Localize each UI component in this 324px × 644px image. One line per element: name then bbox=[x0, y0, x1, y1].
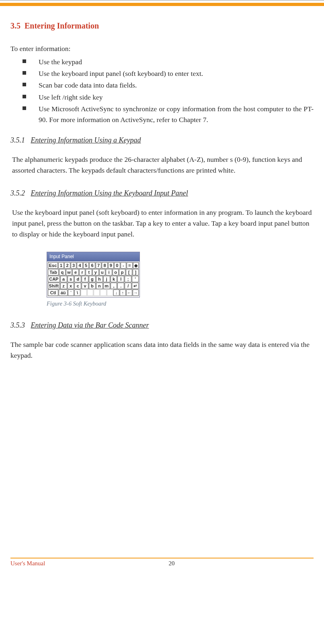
keyboard-key[interactable] bbox=[100, 289, 106, 296]
keyboard-key[interactable]: 0 bbox=[114, 262, 120, 269]
keyboard-key[interactable]: / bbox=[125, 283, 131, 289]
keyboard-key[interactable]: Esc bbox=[48, 262, 58, 269]
section-title: Entering Information bbox=[25, 21, 99, 30]
keyboard-key[interactable]: ↓ bbox=[113, 289, 119, 296]
rule-top-orange bbox=[0, 3, 324, 6]
keyboard-key[interactable]: ` bbox=[68, 289, 74, 296]
list-item: Use left /right side key bbox=[10, 92, 314, 103]
keyboard-key[interactable]: Tab bbox=[48, 269, 59, 275]
keyboard-key[interactable]: j bbox=[103, 276, 110, 282]
subsection-title: Entering Information Using the Keyboard … bbox=[31, 189, 188, 197]
keyboard-key[interactable]: c bbox=[74, 283, 81, 289]
keyboard-key[interactable]: d bbox=[74, 276, 81, 282]
keyboard-key[interactable]: a bbox=[60, 276, 67, 282]
keyboard-key[interactable]: 3 bbox=[71, 262, 76, 269]
keyboard-key[interactable]: 9 bbox=[108, 262, 114, 269]
keyboard-key[interactable]: r bbox=[79, 269, 86, 275]
keyboard-row: CAPasdfghjkl;' bbox=[48, 276, 139, 282]
keyboard-key[interactable] bbox=[94, 289, 100, 296]
subsection-title: Entering Information Using a Keypad bbox=[31, 136, 141, 144]
keyboard-key[interactable]: t bbox=[86, 269, 92, 275]
intro-line: To enter information: bbox=[10, 43, 314, 54]
keyboard-key[interactable]: 8 bbox=[102, 262, 107, 269]
keyboard-key[interactable]: = bbox=[127, 262, 132, 269]
keyboard-key[interactable]: e bbox=[72, 269, 79, 275]
keyboard-key[interactable]: k bbox=[111, 276, 117, 282]
keyboard-key[interactable]: ; bbox=[125, 276, 131, 282]
list-item: Scan bar code data into data fields. bbox=[10, 80, 314, 91]
soft-keyboard-title: Input Panel bbox=[47, 252, 139, 261]
keyboard-key[interactable]: ↵ bbox=[132, 283, 139, 289]
page-body: 3.5 Entering Information To enter inform… bbox=[0, 6, 324, 558]
keyboard-key[interactable]: [ bbox=[126, 269, 132, 275]
keyboard-row: Tabqwertyuiop[] bbox=[48, 269, 139, 275]
subsection-number: 3.5.3 bbox=[10, 320, 29, 331]
soft-keyboard-panel: Input Panel Esc1234567890-=◆Tabqwertyuio… bbox=[47, 252, 140, 298]
keyboard-key[interactable]: ] bbox=[133, 269, 139, 275]
keyboard-key[interactable]: ' bbox=[132, 276, 139, 282]
keyboard-key[interactable]: 2 bbox=[64, 262, 70, 269]
keyboard-key[interactable]: v bbox=[82, 283, 88, 289]
soft-keyboard-keys: Esc1234567890-=◆Tabqwertyuiop[]CAPasdfgh… bbox=[47, 261, 139, 297]
keyboard-row: Shiftzxcvbnm,./↵ bbox=[48, 283, 139, 289]
keyboard-key[interactable]: s bbox=[68, 276, 74, 282]
keyboard-key[interactable]: f bbox=[82, 276, 88, 282]
keyboard-key[interactable]: → bbox=[133, 289, 139, 296]
subsection-number: 3.5.2 bbox=[10, 188, 29, 199]
page-footer: User's Manual 20 spacer bbox=[0, 558, 324, 575]
list-item: Use the keypad bbox=[10, 57, 314, 67]
keyboard-key[interactable]: z bbox=[60, 283, 67, 289]
keyboard-key[interactable]: 6 bbox=[89, 262, 95, 269]
keyboard-key[interactable]: w bbox=[66, 269, 72, 275]
subsection-number: 3.5.1 bbox=[10, 135, 29, 146]
list-item: Use Microsoft ActiveSync to synchronize … bbox=[10, 104, 314, 125]
keyboard-key[interactable]: n bbox=[96, 283, 103, 289]
keyboard-key[interactable]: 7 bbox=[96, 262, 101, 269]
empty-space bbox=[10, 373, 314, 558]
subsection-heading-2: 3.5.2 Entering Information Using the Key… bbox=[10, 188, 314, 199]
square-bullet-icon bbox=[23, 83, 26, 86]
keyboard-row: Esc1234567890-=◆ bbox=[48, 262, 139, 269]
keyboard-key[interactable]: g bbox=[89, 276, 96, 282]
keyboard-key[interactable]: m bbox=[103, 283, 110, 289]
subsection-heading-3: 3.5.3 Entering Data via the Bar Code Sca… bbox=[10, 320, 314, 331]
keyboard-key[interactable]: y bbox=[92, 269, 99, 275]
keyboard-key[interactable]: o bbox=[113, 269, 119, 275]
subsection-heading-1: 3.5.1 Entering Information Using a Keypa… bbox=[10, 135, 314, 146]
keyboard-key[interactable]: ↑ bbox=[120, 289, 126, 296]
footer-left: User's Manual bbox=[10, 560, 45, 567]
subsection-body-3: The sample bar code scanner application … bbox=[10, 339, 314, 361]
keyboard-key[interactable]: 1 bbox=[58, 262, 64, 269]
subsection-body-1: The alphanumeric keypads produce the 26-… bbox=[12, 154, 314, 176]
keyboard-key[interactable]: l bbox=[117, 276, 124, 282]
keyboard-key[interactable]: Shift bbox=[48, 283, 60, 289]
rule-top-thin bbox=[0, 0, 324, 0]
list-item: Use the keyboard input panel (soft keybo… bbox=[10, 68, 314, 79]
keyboard-key[interactable]: h bbox=[96, 276, 103, 282]
keyboard-key[interactable]: ← bbox=[126, 289, 132, 296]
keyboard-key[interactable]: i bbox=[106, 269, 112, 275]
keyboard-key[interactable]: 5 bbox=[83, 262, 89, 269]
square-bullet-icon bbox=[23, 71, 26, 75]
subsection-body-2: Use the keyboard input panel (soft keybo… bbox=[12, 207, 314, 240]
keyboard-key[interactable]: CAP bbox=[48, 276, 60, 282]
keyboard-key[interactable]: \ bbox=[74, 289, 80, 296]
keyboard-key[interactable]: 4 bbox=[77, 262, 82, 269]
keyboard-key[interactable] bbox=[87, 289, 93, 296]
keyboard-key[interactable] bbox=[81, 289, 87, 296]
section-heading: 3.5 Entering Information bbox=[10, 20, 314, 32]
keyboard-key[interactable]: x bbox=[68, 283, 74, 289]
keyboard-key[interactable]: p bbox=[119, 269, 125, 275]
square-bullet-icon bbox=[23, 95, 26, 98]
keyboard-key[interactable]: áü bbox=[59, 289, 68, 296]
keyboard-key[interactable]: - bbox=[121, 262, 126, 269]
keyboard-key[interactable]: ◆ bbox=[133, 262, 139, 269]
keyboard-key[interactable]: Ctl bbox=[48, 289, 58, 296]
keyboard-key[interactable]: , bbox=[111, 283, 117, 289]
footer-page-number: 20 bbox=[169, 560, 175, 567]
keyboard-key[interactable]: . bbox=[117, 283, 124, 289]
keyboard-key[interactable]: u bbox=[99, 269, 106, 275]
keyboard-key[interactable]: q bbox=[59, 269, 66, 275]
keyboard-key[interactable] bbox=[107, 289, 113, 296]
keyboard-key[interactable]: b bbox=[89, 283, 96, 289]
